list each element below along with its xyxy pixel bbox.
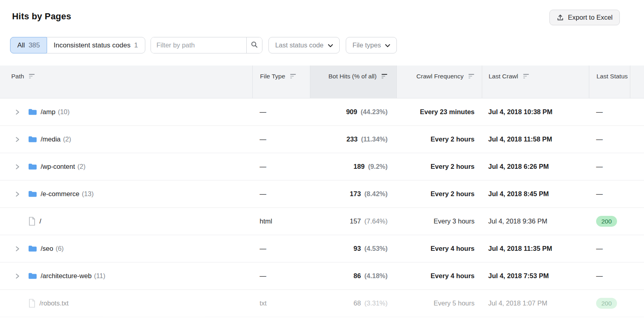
table-row[interactable]: /seo (6) — 93 (4.53%) Every 4 hours Jul … xyxy=(0,235,644,262)
status-dash: — xyxy=(596,190,603,197)
file-type-cell: — xyxy=(252,190,310,198)
bot-hits-value: 93 xyxy=(353,245,361,252)
filter-bar: All 385 Inconsistent status codes 1 Last… xyxy=(10,37,397,53)
export-icon xyxy=(557,14,564,21)
table-row[interactable]: /e-commerce (13) — 173 (8.42%) Every 2 h… xyxy=(0,180,644,208)
bot-hits-cell: 157 (7.64%) xyxy=(310,217,396,225)
column-header-path[interactable]: Path xyxy=(0,66,252,98)
table-row[interactable]: /architecture-web (11) — 86 (4.18%) Ever… xyxy=(0,262,644,290)
status-dash: — xyxy=(596,272,603,279)
bot-hits-value: 157 xyxy=(350,217,361,225)
chevron-right-icon[interactable] xyxy=(14,136,20,143)
export-to-excel-button[interactable]: Export to Excel xyxy=(549,10,620,25)
file-type-cell: — xyxy=(252,272,310,280)
chevron-down-icon xyxy=(328,41,333,49)
crawl-frequency-cell: Every 2 hours xyxy=(396,135,482,143)
path-count: (10) xyxy=(58,108,70,116)
chevron-right-icon[interactable] xyxy=(14,164,20,170)
bot-hits-percent: (7.64%) xyxy=(363,217,388,225)
hits-by-pages-panel: Hits by Pages Export to Excel All 385 In… xyxy=(0,0,644,330)
crawl-frequency-cell: Every 4 hours xyxy=(396,245,482,252)
file-type-cell: txt xyxy=(252,299,310,307)
file-types-dropdown[interactable]: File types xyxy=(346,37,397,53)
last-crawl-cell: Jul 4, 2018 6:26 PM xyxy=(482,163,589,170)
bot-hits-cell: 93 (4.53%) xyxy=(310,245,396,252)
bot-hits-value: 233 xyxy=(347,135,358,143)
file-type-cell: html xyxy=(252,217,310,225)
column-header-bot-hits[interactable]: Bot Hits (% of all) xyxy=(310,66,396,98)
table-row[interactable]: /wp-content (2) — 189 (9.2%) Every 2 hou… xyxy=(0,153,644,180)
status-filter-tabs: All 385 Inconsistent status codes 1 xyxy=(10,37,145,53)
file-type-cell: — xyxy=(252,108,310,116)
column-header-crawl-frequency[interactable]: Crawl Frequency xyxy=(396,66,482,98)
last-crawl-cell: Jul 4, 2018 9:36 PM xyxy=(482,217,589,225)
page-title: Hits by Pages xyxy=(12,11,71,22)
last-status-cell: 200 xyxy=(589,216,630,227)
path-count: (6) xyxy=(56,245,64,252)
path-cell: /media (2) xyxy=(0,135,252,143)
path-filter xyxy=(151,37,262,53)
search-button[interactable] xyxy=(246,37,262,53)
chevron-right-icon[interactable] xyxy=(14,109,20,115)
chevron-right-icon[interactable] xyxy=(14,273,20,279)
last-crawl-cell: Jul 4, 2018 7:53 PM xyxy=(482,272,589,280)
bot-hits-value: 86 xyxy=(353,272,361,279)
tab-all[interactable]: All 385 xyxy=(10,37,47,53)
last-status-cell: 200 xyxy=(589,298,630,309)
table-body: /amp (10) — 909 (44.23%) Every 23 minute… xyxy=(0,98,644,317)
crawl-frequency-cell: Every 5 hours xyxy=(396,299,482,307)
last-crawl-cell: Jul 4, 2018 8:45 PM xyxy=(482,190,589,198)
bot-hits-cell: 68 (3.31%) xyxy=(310,299,396,307)
column-header-last-crawl[interactable]: Last Crawl xyxy=(482,66,589,98)
bot-hits-percent: (9.2%) xyxy=(366,163,388,170)
column-header-last-status[interactable]: Last Status xyxy=(589,66,630,98)
status-badge: 200 xyxy=(596,216,617,227)
status-dash: — xyxy=(596,245,603,252)
folder-icon xyxy=(28,163,37,170)
path-count: (11) xyxy=(94,272,105,280)
crawl-frequency-cell: Every 2 hours xyxy=(396,190,482,198)
path-filter-input[interactable] xyxy=(151,37,246,53)
tab-inconsistent-count: 1 xyxy=(134,41,138,49)
last-status-cell: — xyxy=(589,163,630,170)
table-row[interactable]: /robots.txt txt 68 (3.31%) Every 5 hours… xyxy=(0,290,644,317)
file-icon xyxy=(28,217,36,226)
path-cell: / xyxy=(0,217,252,226)
bot-hits-value: 68 xyxy=(353,299,361,307)
path-label: /media xyxy=(41,135,61,143)
column-header-file-type[interactable]: File Type xyxy=(252,66,310,98)
bot-hits-value: 189 xyxy=(353,163,365,170)
last-status-cell: — xyxy=(589,108,630,116)
chevron-right-icon[interactable] xyxy=(14,246,20,252)
path-count: (2) xyxy=(63,135,71,143)
bot-hits-percent: (3.31%) xyxy=(363,299,388,307)
sort-icon xyxy=(290,73,296,80)
path-cell: /amp (10) xyxy=(0,108,252,116)
last-status-cell: — xyxy=(589,135,630,143)
file-type-cell: — xyxy=(252,163,310,170)
path-label: /e-commerce xyxy=(41,190,79,198)
path-label: /seo xyxy=(41,245,53,252)
chevron-right-icon[interactable] xyxy=(14,191,20,197)
table-row[interactable]: /amp (10) — 909 (44.23%) Every 23 minute… xyxy=(0,98,644,126)
bot-hits-percent: (44.23%) xyxy=(359,108,388,115)
sort-icon xyxy=(29,73,35,80)
path-count: (2) xyxy=(77,163,85,170)
bot-hits-cell: 86 (4.18%) xyxy=(310,272,396,280)
tab-all-count: 385 xyxy=(29,41,40,49)
bot-hits-cell: 909 (44.23%) xyxy=(310,108,396,116)
crawl-frequency-cell: Every 4 hours xyxy=(396,272,482,280)
column-header-filler xyxy=(630,66,644,98)
path-cell: /e-commerce (13) xyxy=(0,190,252,198)
tab-inconsistent-status-codes[interactable]: Inconsistent status codes 1 xyxy=(47,37,144,53)
path-label: /robots.txt xyxy=(39,299,68,307)
path-count: (13) xyxy=(82,190,93,198)
sort-icon xyxy=(469,73,475,80)
last-status-code-dropdown[interactable]: Last status code xyxy=(268,37,340,53)
table-row[interactable]: /media (2) — 233 (11.34%) Every 2 hours … xyxy=(0,126,644,153)
table-row[interactable]: / html 157 (7.64%) Every 3 hours Jul 4, … xyxy=(0,208,644,235)
folder-icon xyxy=(28,273,37,279)
path-label: /architecture-web xyxy=(41,272,92,280)
bot-hits-percent: (4.53%) xyxy=(363,245,388,252)
bot-hits-cell: 233 (11.34%) xyxy=(310,135,396,143)
